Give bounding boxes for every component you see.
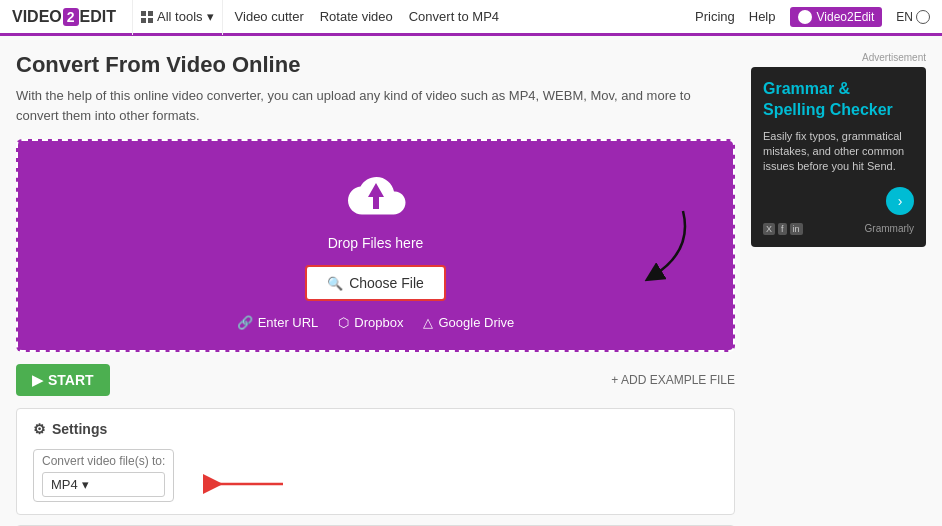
dropbox-icon: ⬡: [338, 315, 349, 330]
upload-options: 🔗 Enter URL ⬡ Dropbox △ Google Drive: [38, 315, 713, 330]
chevron-down-icon: ▾: [207, 9, 214, 24]
nav-video-cutter[interactable]: Video cutter: [235, 9, 304, 24]
help-link[interactable]: Help: [749, 9, 776, 24]
ad-source: Grammarly: [865, 223, 914, 234]
choose-file-button[interactable]: 🔍 Choose File: [305, 265, 446, 301]
logo-suffix: EDIT: [80, 8, 116, 25]
google-drive-label: Google Drive: [438, 315, 514, 330]
format-value: MP4: [51, 477, 78, 492]
page-title: Convert From Video Online: [16, 52, 735, 78]
account-button[interactable]: Video2Edit: [790, 7, 883, 27]
all-tools-menu[interactable]: All tools ▾: [132, 0, 223, 35]
account-label: Video2Edit: [817, 10, 875, 24]
settings-row: Convert video file(s) to: MP4 ▾: [33, 449, 718, 502]
nav-convert-mp4[interactable]: Convert to MP4: [409, 9, 499, 24]
logo-prefix: VIDEO: [12, 8, 62, 25]
ad-badge-f: f: [778, 223, 787, 235]
chevron-down-icon: ▾: [82, 477, 89, 492]
choose-file-label: Choose File: [349, 275, 424, 291]
google-drive-icon: △: [423, 315, 433, 330]
logo-text: VIDEO2EDIT: [12, 8, 116, 26]
drop-files-text: Drop Files here: [38, 235, 713, 251]
ad-description: Easily fix typos, grammatical mistakes, …: [763, 129, 914, 175]
language-selector[interactable]: EN: [896, 10, 930, 24]
header: VIDEO2EDIT All tools ▾ Video cutter Rota…: [0, 0, 942, 36]
start-label: START: [48, 372, 94, 388]
add-example-link[interactable]: + ADD EXAMPLE FILE: [611, 373, 735, 387]
grid-icon: [141, 11, 153, 23]
convert-format-field: Convert video file(s) to: MP4 ▾: [33, 449, 174, 502]
ad-badges: X f in: [763, 223, 803, 235]
pricing-link[interactable]: Pricing: [695, 9, 735, 24]
header-right: Pricing Help Video2Edit EN: [695, 7, 930, 27]
ad-badge-in: in: [790, 223, 803, 235]
all-tools-label: All tools: [157, 9, 203, 24]
nav-links: Video cutter Rotate video Convert to MP4: [235, 9, 499, 24]
search-icon: 🔍: [327, 276, 343, 291]
settings-title: Settings: [52, 421, 107, 437]
settings-panel: ⚙ Settings Convert video file(s) to: MP4…: [16, 408, 735, 515]
play-icon: ▶: [32, 372, 43, 388]
gear-icon: ⚙: [33, 421, 46, 437]
ad-cta-button[interactable]: ›: [886, 187, 914, 215]
settings-header: ⚙ Settings: [33, 421, 718, 437]
start-button[interactable]: ▶ START: [16, 364, 110, 396]
page-description: With the help of this online video conve…: [16, 86, 735, 125]
content-area: Convert From Video Online With the help …: [16, 52, 735, 526]
language-label: EN: [896, 10, 913, 24]
user-icon: [798, 10, 812, 24]
dropbox-option[interactable]: ⬡ Dropbox: [338, 315, 403, 330]
link-icon: 🔗: [237, 315, 253, 330]
convert-label: Convert video file(s) to:: [42, 454, 165, 468]
sidebar: Advertisement Grammar & Spelling Checker…: [751, 52, 926, 526]
dropbox-label: Dropbox: [354, 315, 403, 330]
cloud-upload-icon: [38, 171, 713, 229]
main-content: Convert From Video Online With the help …: [0, 36, 942, 526]
logo[interactable]: VIDEO2EDIT: [12, 8, 116, 26]
globe-icon: [916, 10, 930, 24]
upload-area: Drop Files here 🔍 Choose File 🔗 Enter UR…: [16, 139, 735, 352]
nav-rotate-video[interactable]: Rotate video: [320, 9, 393, 24]
ad-title: Grammar & Spelling Checker: [763, 79, 914, 121]
logo-number: 2: [63, 8, 79, 26]
google-drive-option[interactable]: △ Google Drive: [423, 315, 514, 330]
ad-box: Grammar & Spelling Checker Easily fix ty…: [751, 67, 926, 247]
ad-label: Advertisement: [751, 52, 926, 63]
enter-url-option[interactable]: 🔗 Enter URL: [237, 315, 319, 330]
action-bar: ▶ START + ADD EXAMPLE FILE: [16, 364, 735, 396]
format-select[interactable]: MP4 ▾: [42, 472, 165, 497]
ad-bottom: X f in Grammarly: [763, 223, 914, 235]
enter-url-label: Enter URL: [258, 315, 319, 330]
ad-badge-x: X: [763, 223, 775, 235]
